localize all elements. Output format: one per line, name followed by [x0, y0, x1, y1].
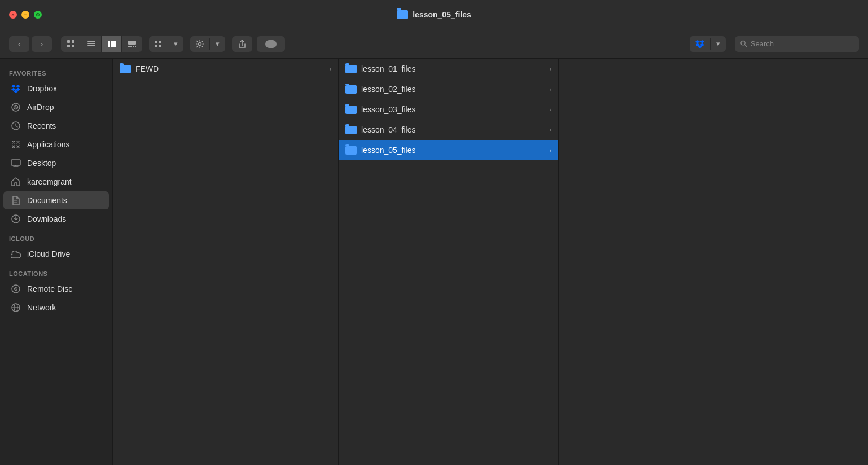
- svg-point-31: [15, 288, 16, 289]
- gear-icon-btn[interactable]: [190, 36, 209, 52]
- column-3-empty: [559, 59, 868, 465]
- column-2: lesson_01_files › lesson_02_files › less…: [339, 59, 559, 465]
- sidebar-item-documents[interactable]: Documents: [3, 191, 109, 209]
- sidebar-item-airdrop[interactable]: AirDrop: [3, 98, 109, 116]
- titlebar: × − ⊘ lesson_05_files: [0, 0, 868, 29]
- back-button[interactable]: ‹: [9, 36, 29, 52]
- dropbox-icon-btn[interactable]: [690, 36, 710, 52]
- sidebar-label-network: Network: [27, 303, 56, 312]
- svg-rect-14: [135, 46, 136, 47]
- close-button[interactable]: ×: [9, 11, 17, 19]
- sidebar-item-recents[interactable]: Recents: [3, 117, 109, 135]
- column-view-button[interactable]: [102, 36, 122, 52]
- sidebar-item-applications[interactable]: Applications: [3, 135, 109, 153]
- desktop-icon: [10, 157, 21, 169]
- folder-lesson03[interactable]: lesson_03_files ›: [339, 99, 558, 120]
- icloud-header: iCloud: [0, 229, 112, 244]
- content-area: FEWD › lesson_01_files › lesson_02_files…: [113, 59, 868, 465]
- group-arrow-btn[interactable]: ▾: [168, 36, 183, 52]
- sidebar-label-applications: Applications: [27, 140, 70, 149]
- svg-rect-4: [87, 41, 95, 42]
- folder-lesson05-arrow: ›: [550, 147, 551, 153]
- title-folder-icon: [397, 10, 408, 19]
- svg-rect-16: [159, 41, 161, 43]
- folder-fewd[interactable]: FEWD ›: [113, 59, 338, 79]
- share-button[interactable]: [232, 36, 252, 52]
- dropbox-arrow-btn[interactable]: ▾: [711, 36, 726, 52]
- svg-rect-10: [128, 41, 136, 45]
- group-icon-btn[interactable]: [149, 36, 168, 52]
- action-button[interactable]: ▾: [190, 36, 225, 52]
- sidebar-item-network[interactable]: Network: [3, 299, 109, 317]
- icloud-drive-icon: [10, 248, 21, 260]
- dropbox-icon: [10, 83, 21, 94]
- folder-lesson02-icon: [345, 85, 357, 94]
- downloads-icon: [10, 213, 21, 225]
- documents-icon: [10, 195, 21, 206]
- svg-rect-13: [133, 46, 134, 47]
- remote-disc-icon: [10, 283, 21, 295]
- sidebar-item-icloud-drive[interactable]: iCloud Drive: [3, 245, 109, 263]
- sidebar-item-remote-disc[interactable]: Remote Disc: [3, 280, 109, 298]
- column-1: FEWD ›: [113, 59, 339, 465]
- svg-rect-0: [67, 40, 70, 43]
- folder-lesson03-label: lesson_03_files: [361, 105, 545, 114]
- group-by-button[interactable]: ▾: [149, 36, 183, 52]
- folder-lesson01-arrow: ›: [550, 66, 551, 72]
- svg-rect-3: [72, 45, 74, 47]
- svg-rect-2: [67, 45, 70, 47]
- sidebar-label-downloads: Downloads: [27, 214, 66, 223]
- svg-rect-6: [87, 45, 95, 46]
- title-text: lesson_05_files: [413, 10, 471, 19]
- svg-rect-5: [87, 43, 95, 44]
- svg-line-21: [745, 45, 747, 46]
- forward-button[interactable]: ›: [32, 36, 52, 52]
- sidebar: Favorites Dropbox AirDrop: [0, 59, 113, 465]
- folder-lesson01[interactable]: lesson_01_files ›: [339, 59, 558, 79]
- favorites-header: Favorites: [0, 63, 112, 79]
- folder-lesson03-arrow: ›: [550, 107, 551, 113]
- search-input[interactable]: [751, 40, 853, 48]
- svg-rect-25: [11, 160, 20, 165]
- maximize-button[interactable]: ⊘: [34, 11, 42, 19]
- svg-rect-18: [159, 45, 161, 47]
- folder-lesson02-arrow: ›: [550, 86, 551, 93]
- folder-fewd-label: FEWD: [135, 64, 325, 73]
- svg-rect-12: [130, 46, 132, 47]
- folder-lesson04[interactable]: lesson_04_files ›: [339, 120, 558, 140]
- svg-rect-7: [108, 41, 110, 47]
- sidebar-item-downloads[interactable]: Downloads: [3, 210, 109, 228]
- action-arrow-btn[interactable]: ▾: [210, 36, 225, 52]
- sidebar-item-desktop[interactable]: Desktop: [3, 154, 109, 172]
- view-buttons: [61, 36, 142, 52]
- search-bar[interactable]: [735, 36, 859, 52]
- sidebar-item-kareemgrant[interactable]: kareemgrant: [3, 173, 109, 191]
- svg-rect-1: [72, 40, 74, 43]
- svg-rect-15: [155, 41, 157, 43]
- main-area: Favorites Dropbox AirDrop: [0, 59, 868, 465]
- list-view-button[interactable]: [81, 36, 102, 52]
- folder-lesson03-icon: [345, 105, 357, 114]
- sidebar-label-dropbox: Dropbox: [27, 84, 57, 93]
- tag-button[interactable]: [257, 36, 285, 52]
- folder-lesson05-label: lesson_05_files: [361, 146, 545, 155]
- window-title: lesson_05_files: [397, 10, 471, 19]
- minimize-button[interactable]: −: [21, 11, 29, 19]
- sidebar-label-remote-disc: Remote Disc: [27, 284, 72, 293]
- icon-view-button[interactable]: [61, 36, 81, 52]
- folder-fewd-icon: [120, 64, 131, 73]
- recents-icon: [10, 120, 21, 131]
- sidebar-label-kareemgrant: kareemgrant: [27, 177, 72, 186]
- folder-lesson05[interactable]: lesson_05_files ›: [339, 140, 558, 160]
- folder-lesson02[interactable]: lesson_02_files ›: [339, 79, 558, 99]
- window-controls: × − ⊘: [9, 11, 42, 19]
- sidebar-item-dropbox[interactable]: Dropbox: [3, 80, 109, 98]
- nav-buttons: ‹ ›: [9, 36, 52, 52]
- network-icon: [10, 302, 21, 313]
- applications-icon: [10, 139, 21, 150]
- sidebar-label-airdrop: AirDrop: [27, 103, 54, 112]
- toolbar: ‹ ›: [0, 29, 868, 59]
- svg-rect-8: [111, 41, 113, 47]
- dropbox-button[interactable]: ▾: [690, 36, 726, 52]
- gallery-view-button[interactable]: [122, 36, 142, 52]
